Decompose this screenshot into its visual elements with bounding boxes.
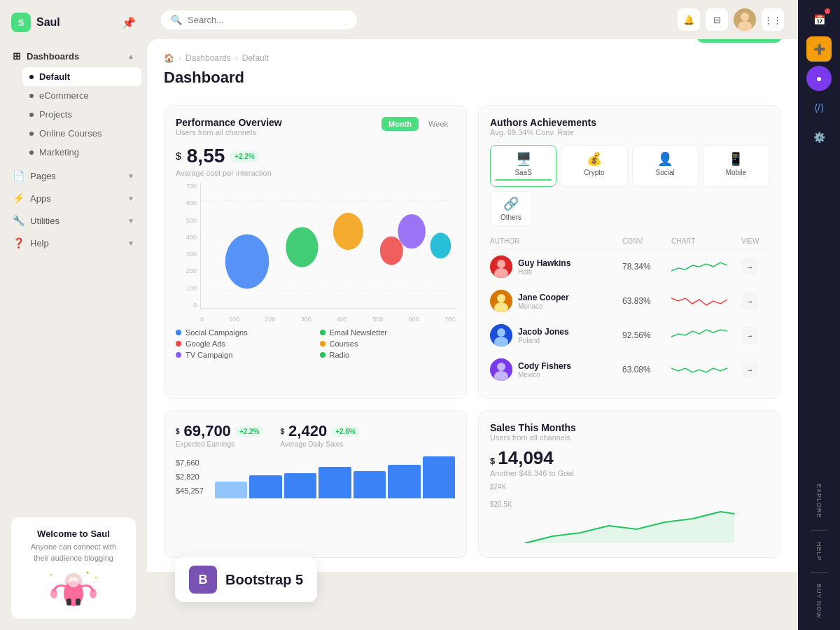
- pin-icon[interactable]: 📌: [122, 16, 136, 29]
- category-social[interactable]: 👤 Social: [632, 145, 699, 187]
- breadcrumb: 🏠 › Dashboards › Default: [164, 53, 269, 63]
- rp-code-icon[interactable]: ⟨/⟩: [806, 95, 832, 120]
- legend-dot-email: [320, 330, 326, 335]
- bootstrap-overlay: B Bootstrap 5: [175, 557, 317, 602]
- bar-6: [388, 465, 420, 498]
- svg-point-34: [497, 328, 505, 337]
- sidebar-item-apps[interactable]: ⚡ Apps ▼: [6, 187, 141, 209]
- svg-point-9: [50, 574, 52, 575]
- svg-point-10: [95, 577, 97, 578]
- bubble-svg: [201, 183, 455, 308]
- app-logo: S Saul: [11, 13, 60, 32]
- sidebar-item-projects[interactable]: Projects: [22, 105, 141, 124]
- projects-label: Projects: [39, 109, 72, 120]
- category-others[interactable]: 🔗 Others: [490, 191, 532, 226]
- sidebar-item-help[interactable]: ❓ Help ▼: [6, 232, 141, 254]
- sales-y-label-2: $20.5K: [490, 500, 769, 508]
- nav-group-dashboards: ⊞ Dashboards ▲ Default eCommerce Project…: [6, 45, 141, 162]
- bar-3: [284, 473, 316, 498]
- avatar-guy-hawkins: [490, 255, 512, 278]
- author-chart-1: [671, 258, 727, 275]
- ecommerce-label: eCommerce: [39, 90, 89, 101]
- rp-gear-icon[interactable]: ⚙️: [806, 125, 832, 150]
- tab-month[interactable]: Month: [382, 117, 419, 131]
- sidebar-item-default[interactable]: Default: [22, 67, 141, 86]
- apps-chevron: ▼: [127, 195, 134, 202]
- svg-point-11: [87, 572, 89, 574]
- svg-point-25: [398, 214, 426, 248]
- category-crypto[interactable]: 💰 Crypto: [561, 145, 627, 187]
- sidebar-item-dashboards[interactable]: ⊞ Dashboards ▲: [6, 45, 141, 67]
- svg-point-31: [497, 294, 505, 302]
- author-view-3[interactable]: →: [741, 327, 758, 344]
- category-saas[interactable]: 🖥️ SaaS: [490, 145, 556, 187]
- daily-sales-label: Average Daily Sales: [281, 440, 360, 448]
- author-name-1: Guy Hawkins: [518, 258, 570, 268]
- author-view-4[interactable]: →: [741, 361, 758, 378]
- sidebar-nav: ⊞ Dashboards ▲ Default eCommerce Project…: [0, 45, 147, 506]
- metric-currency: $: [176, 150, 181, 162]
- sidebar-header: S Saul 📌: [0, 0, 147, 45]
- expected-earnings-label: Expected Earnings: [176, 440, 264, 448]
- svg-point-22: [286, 227, 318, 267]
- create-project-button[interactable]: Create Project: [697, 39, 781, 43]
- rp-add-icon[interactable]: ➕: [806, 36, 832, 62]
- sidebar-item-utilities[interactable]: 🔧 Utilities ▼: [6, 209, 141, 232]
- default-dot: [29, 75, 34, 79]
- author-view-1[interactable]: →: [741, 258, 758, 275]
- chart-area: [200, 183, 455, 309]
- author-view-2[interactable]: →: [741, 293, 758, 309]
- help-icon: ❓: [13, 237, 24, 248]
- rp-calendar-icon[interactable]: 📅 !: [806, 7, 832, 32]
- sidebar-item-online-courses[interactable]: Online Courses: [22, 124, 141, 143]
- legend-dot-social: [176, 330, 181, 335]
- astronaut-illustration: [22, 569, 125, 608]
- mobile-label: Mobile: [708, 169, 764, 176]
- bar-2: [249, 475, 281, 498]
- apps-label: Apps: [30, 193, 51, 204]
- author-country-1: Haiti: [518, 268, 570, 276]
- dashboards-sub: Default eCommerce Projects Online Course…: [6, 67, 141, 162]
- legend-dot-tv: [176, 352, 181, 358]
- svg-point-23: [333, 213, 363, 250]
- breadcrumb-dashboards[interactable]: Dashboards: [186, 53, 231, 63]
- welcome-text: Anyone can connect with their audience b…: [22, 542, 125, 564]
- sales-y-label-1: $24K: [490, 483, 769, 491]
- sidebar-item-ecommerce[interactable]: eCommerce: [22, 86, 141, 105]
- sidebar-item-pages[interactable]: 📄 Pages ▼: [6, 164, 141, 187]
- bootstrap-label: Bootstrap 5: [225, 572, 303, 588]
- topbar-settings[interactable]: ⊟: [706, 8, 728, 31]
- others-label: Others: [500, 214, 522, 221]
- author-country-3: Poland: [518, 337, 569, 344]
- svg-point-21: [225, 234, 270, 289]
- topbar-avatar[interactable]: [734, 8, 756, 31]
- sidebar-item-marketing[interactable]: Marketing: [22, 143, 141, 162]
- content-relative: 🏠 › Dashboards › Default Dashboard Creat…: [147, 39, 798, 630]
- breadcrumb-home[interactable]: 🏠: [164, 53, 174, 63]
- author-chart-2: [671, 293, 727, 309]
- amount-2: $2,820: [176, 470, 204, 484]
- author-country-2: Monaco: [518, 302, 569, 310]
- amount-1: $7,660: [176, 456, 204, 470]
- svg-rect-3: [65, 590, 71, 598]
- buy-now-label[interactable]: Buy now: [816, 580, 822, 623]
- right-panel: 📅 ! ➕ ● ⟨/⟩ ⚙️ Explore Help Buy now: [798, 0, 840, 630]
- perf-title: Performance Overview: [176, 117, 282, 128]
- explore-label[interactable]: Explore: [816, 479, 822, 523]
- topbar-menu[interactable]: ⋮⋮: [762, 8, 784, 31]
- breadcrumb-default: Default: [242, 53, 269, 63]
- rp-circle-icon[interactable]: ●: [806, 66, 832, 91]
- author-conv-4: 63.08%: [622, 365, 671, 374]
- search-input[interactable]: [188, 15, 337, 25]
- others-icon: 🔗: [500, 196, 522, 211]
- topbar-notifications[interactable]: 🔔: [678, 8, 700, 31]
- legend-social-campaigns: Social Campaigns: [176, 328, 312, 337]
- bubble-chart: 700 600 500 400 300 200 100 0: [176, 183, 455, 323]
- author-conv-3: 92.56%: [622, 330, 671, 340]
- tab-week[interactable]: Week: [421, 117, 455, 131]
- category-mobile[interactable]: 📱 Mobile: [703, 145, 769, 187]
- search-box[interactable]: 🔍 _: [161, 10, 357, 29]
- help-label[interactable]: Help: [816, 538, 822, 566]
- author-chart-4: [671, 361, 727, 378]
- category-tabs: 🖥️ SaaS 💰 Crypto 👤 Social: [490, 145, 769, 187]
